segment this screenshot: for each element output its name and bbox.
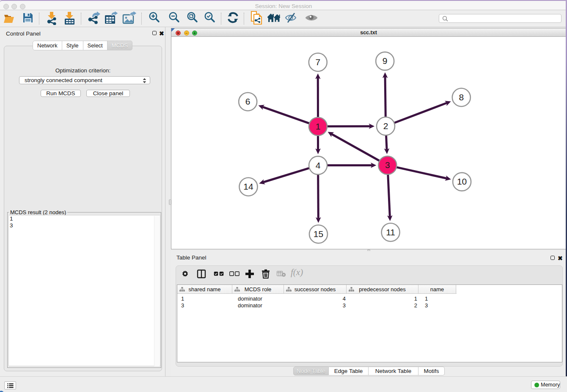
svg-text:15: 15: [314, 229, 323, 239]
svg-text:8: 8: [459, 92, 464, 102]
svg-text:11: 11: [386, 227, 395, 237]
svg-text:4: 4: [316, 160, 321, 170]
svg-text:2: 2: [383, 121, 388, 131]
svg-text:6: 6: [245, 97, 250, 106]
svg-text:14: 14: [243, 182, 253, 191]
svg-text:7: 7: [315, 57, 320, 67]
svg-text:1: 1: [316, 121, 321, 131]
svg-text:10: 10: [457, 177, 467, 186]
svg-text:9: 9: [383, 56, 388, 66]
svg-text:3: 3: [385, 160, 390, 170]
